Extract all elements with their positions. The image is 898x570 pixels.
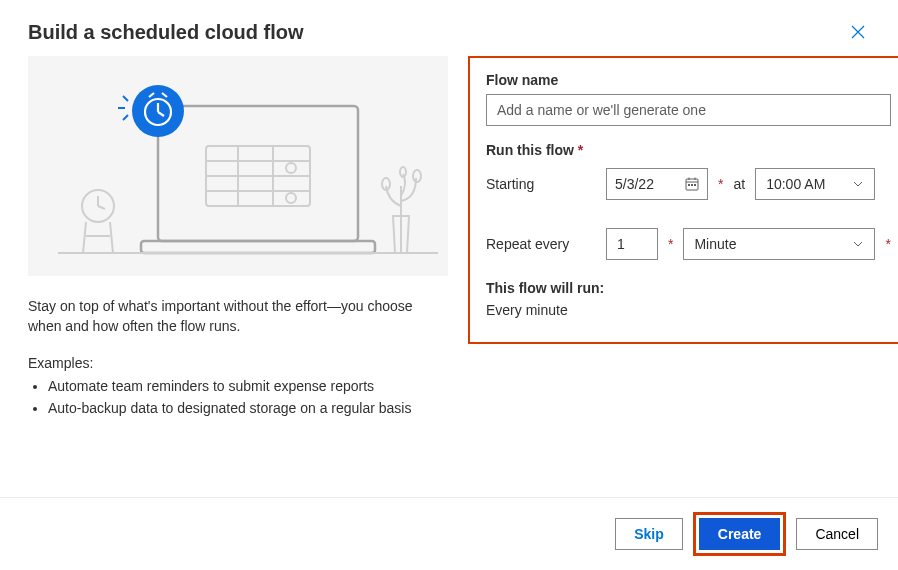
svg-rect-35 (694, 184, 696, 186)
starting-date-input[interactable]: 5/3/22 (606, 168, 708, 200)
description-text: Stay on top of what's important without … (28, 296, 448, 337)
svg-rect-34 (691, 184, 693, 186)
examples-list: Automate team reminders to submit expens… (28, 375, 448, 420)
required-marker: * (885, 236, 890, 252)
calendar-icon (685, 177, 699, 191)
svg-line-18 (123, 115, 128, 120)
starting-label: Starting (486, 176, 596, 192)
examples-label: Examples: (28, 355, 448, 371)
repeat-row: Repeat every 1 * Minute * (486, 228, 891, 260)
example-item: Automate team reminders to submit expens… (48, 375, 448, 397)
example-item: Auto-backup data to designated storage o… (48, 397, 448, 419)
svg-rect-1 (141, 241, 375, 253)
starting-time-select[interactable]: 10:00 AM (755, 168, 875, 200)
chevron-down-icon (852, 238, 864, 250)
skip-button[interactable]: Skip (615, 518, 683, 550)
repeat-unit-select[interactable]: Minute (683, 228, 875, 260)
dialog-header: Build a scheduled cloud flow (0, 0, 898, 56)
svg-point-8 (286, 163, 296, 173)
required-marker: * (718, 176, 723, 192)
summary-text: Every minute (486, 302, 891, 318)
chevron-down-icon (852, 178, 864, 190)
illustration (28, 56, 448, 276)
repeat-value-input[interactable]: 1 (606, 228, 658, 260)
svg-line-17 (123, 96, 128, 101)
svg-point-27 (413, 170, 421, 182)
svg-line-22 (98, 206, 105, 209)
close-icon (850, 24, 866, 40)
close-button[interactable] (846, 20, 870, 44)
svg-line-24 (110, 222, 113, 253)
starting-date-value: 5/3/22 (615, 176, 654, 192)
at-label: at (733, 176, 745, 192)
summary-label: This flow will run: (486, 280, 891, 296)
create-highlight: Create (693, 512, 787, 556)
cancel-button[interactable]: Cancel (796, 518, 878, 550)
dialog-content: Stay on top of what's important without … (0, 56, 898, 419)
run-flow-group: Run this flow * Starting 5/3/22 * at 10:… (486, 142, 891, 260)
starting-row: Starting 5/3/22 * at 10:00 AM (486, 168, 891, 200)
dialog-title: Build a scheduled cloud flow (28, 21, 304, 44)
left-column: Stay on top of what's important without … (28, 56, 448, 419)
repeat-value: 1 (617, 236, 625, 252)
repeat-label: Repeat every (486, 236, 596, 252)
dialog-footer: Skip Create Cancel (0, 497, 898, 570)
svg-rect-33 (688, 184, 690, 186)
form-panel: Flow name Run this flow * Starting 5/3/2… (468, 56, 898, 344)
svg-line-23 (83, 222, 86, 253)
run-flow-label: Run this flow * (486, 142, 891, 158)
flow-name-group: Flow name (486, 72, 891, 126)
repeat-unit-value: Minute (694, 236, 736, 252)
svg-rect-0 (158, 106, 358, 241)
illustration-svg (28, 56, 448, 276)
svg-point-9 (286, 193, 296, 203)
flow-name-label: Flow name (486, 72, 891, 88)
required-marker: * (668, 236, 673, 252)
flow-name-input[interactable] (486, 94, 891, 126)
create-button[interactable]: Create (699, 518, 781, 550)
starting-time-value: 10:00 AM (766, 176, 825, 192)
